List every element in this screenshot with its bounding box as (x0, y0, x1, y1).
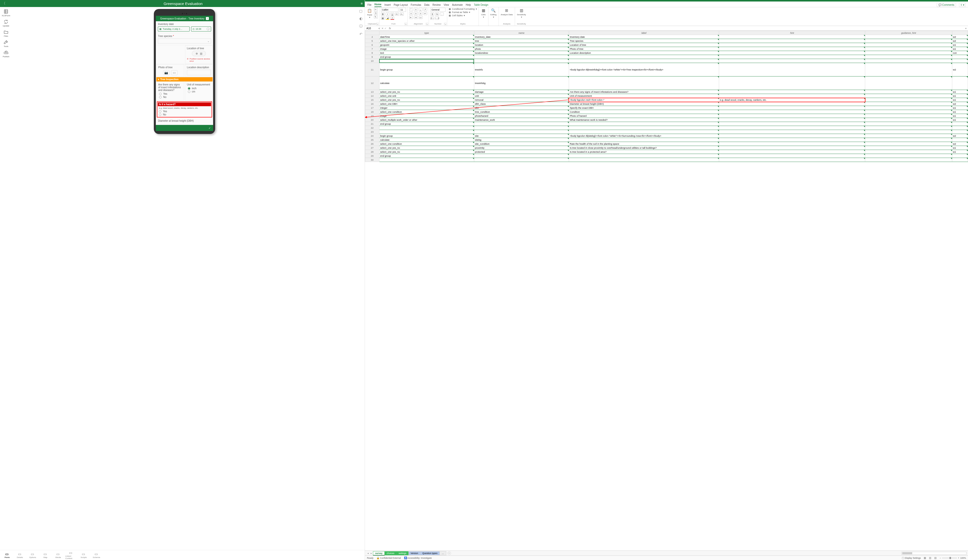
gps-locate-button[interactable]: ⊕▥ (192, 51, 206, 56)
format-painter-button[interactable]: ✎ (374, 15, 378, 18)
cell[interactable]: geopoint (379, 43, 474, 47)
cell[interactable]: w1 (952, 106, 968, 110)
cell[interactable]: site (474, 134, 569, 138)
row-header[interactable]: 6 (365, 43, 379, 47)
cell[interactable]: tree (474, 39, 569, 43)
row-header[interactable]: 22 (365, 126, 379, 130)
font-size-select[interactable] (399, 8, 406, 12)
cell[interactable] (474, 122, 569, 126)
cell[interactable] (719, 102, 865, 106)
row-header[interactable]: 23 (365, 130, 379, 134)
view-normal-button[interactable]: ▦ (924, 557, 926, 559)
cell[interactable] (719, 154, 865, 158)
row-header[interactable]: 12 (365, 76, 379, 90)
share-button[interactable]: ⇪ ▾ (959, 3, 965, 7)
cell[interactable]: text (379, 51, 474, 55)
orientation-button[interactable]: ↗ (423, 8, 427, 11)
ribbon-tab-view[interactable]: View (444, 3, 449, 7)
bottombar-media[interactable]: ▭Media (53, 552, 64, 558)
hazard-yes[interactable]: Yes (159, 110, 210, 113)
align-dialog-launcher[interactable]: ↘ (426, 23, 428, 25)
row-header[interactable]: 25 (365, 138, 379, 142)
cell[interactable] (865, 110, 952, 114)
cell[interactable]: w1 (952, 118, 968, 122)
row-header[interactable]: 7 (365, 47, 379, 51)
cell[interactable] (379, 126, 474, 130)
comments-button[interactable]: 💬 Comments (937, 3, 956, 7)
date-input[interactable]: ▦ Tuesday, 4 July 2… (158, 26, 189, 31)
view-break-button[interactable]: ▤ (934, 557, 937, 559)
cell[interactable] (952, 154, 968, 158)
cell[interactable] (569, 76, 719, 90)
align-center[interactable]: ≡ (414, 12, 418, 15)
cell[interactable]: <body bgcolor=${sitebg}><font color="whi… (569, 134, 719, 138)
italic-button[interactable]: I (386, 13, 390, 16)
cell[interactable]: w2 (952, 39, 968, 43)
cell[interactable] (719, 114, 865, 118)
bottombar-scripts[interactable]: ▭Scripts (78, 552, 89, 558)
row-header[interactable]: 30 (365, 158, 379, 162)
cell[interactable]: select_one tree_species or other (379, 39, 474, 43)
xlsform-button[interactable]: XLSForm (2, 9, 10, 17)
align-mid[interactable]: ≡ (414, 8, 418, 11)
ribbon-tab-file[interactable]: File (368, 3, 371, 7)
cell[interactable]: w2 (952, 63, 968, 76)
cell[interactable]: select_multiple work_order or other (379, 118, 474, 122)
font-color-button[interactable]: A (390, 17, 394, 20)
cell[interactable] (865, 126, 952, 130)
cell[interactable]: w1 (952, 98, 968, 102)
cell[interactable] (865, 102, 952, 106)
bottombar-details[interactable]: ▭Details (14, 552, 25, 558)
wrap-text-button[interactable]: ↩ (423, 12, 427, 15)
cell[interactable]: w1 (952, 43, 968, 47)
cell[interactable]: photohazard (474, 114, 569, 118)
cell[interactable]: w2 (952, 35, 968, 39)
currency-button[interactable]: $ (431, 13, 434, 16)
cell[interactable] (865, 35, 952, 39)
cell[interactable]: e.g. dead wood, cracks, decay, cankers, … (719, 98, 865, 102)
cell[interactable]: photo (474, 47, 569, 51)
cell[interactable] (569, 122, 719, 126)
ribbon-tab-page-layout[interactable]: Page Layout (394, 3, 408, 7)
cell[interactable]: Is tree located in close proximity to ov… (569, 146, 719, 150)
cell[interactable]: w2 (952, 134, 968, 138)
font-name-select[interactable] (381, 8, 398, 12)
cell[interactable] (952, 158, 968, 162)
number-dialog-launcher[interactable]: ↘ (444, 23, 446, 25)
cell[interactable] (865, 47, 952, 51)
cell[interactable]: calculate (379, 76, 474, 90)
cell[interactable] (865, 134, 952, 138)
warning-icon[interactable]: ! (206, 17, 209, 20)
cell[interactable] (865, 138, 952, 142)
cell[interactable] (865, 122, 952, 126)
row-header[interactable]: 27 (365, 146, 379, 150)
sheet-tab-survey[interactable]: survey (373, 551, 385, 555)
row-header[interactable]: 26 (365, 142, 379, 146)
ribbon-tab-review[interactable]: Review (433, 3, 441, 7)
row-header[interactable]: 14 (365, 94, 379, 98)
align-top[interactable]: ⌜ (409, 8, 413, 11)
column-header[interactable]: name (474, 31, 569, 35)
row-header[interactable]: 17 (365, 106, 379, 110)
cell[interactable] (719, 43, 865, 47)
cell[interactable]: select_one unit (379, 94, 474, 98)
ribbon-tab-data[interactable]: Data (424, 3, 429, 7)
cell[interactable] (474, 158, 569, 162)
sheet-tab--[interactable]: … (439, 551, 446, 555)
cell[interactable] (865, 106, 952, 110)
cell[interactable]: sitebg (474, 138, 569, 142)
align-right[interactable]: ≡ (419, 12, 423, 15)
row-header[interactable]: 5 (365, 39, 379, 43)
cell[interactable]: site_condition (474, 142, 569, 146)
cell[interactable] (952, 55, 968, 59)
info-icon[interactable]: ⓘ (359, 24, 363, 28)
dec-decimal[interactable]: ←.0 (435, 17, 439, 20)
cell[interactable] (865, 118, 952, 122)
cell[interactable]: protected (474, 150, 569, 154)
cell[interactable]: treeinfobg (474, 76, 569, 90)
cell[interactable] (569, 126, 719, 130)
damage-no[interactable]: No (159, 96, 181, 99)
cell[interactable]: <body bgcolor=red><font color=" (569, 98, 719, 102)
cell[interactable] (719, 146, 865, 150)
cell[interactable]: calculate (379, 138, 474, 142)
